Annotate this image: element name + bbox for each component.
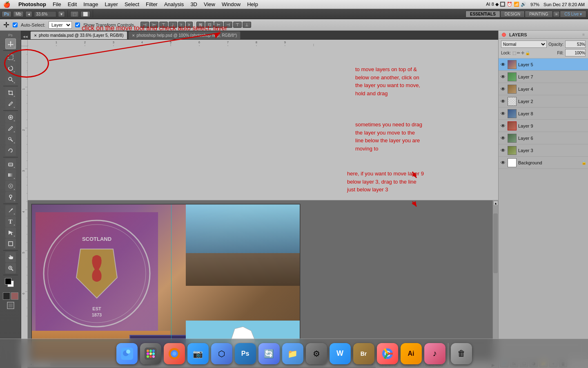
opacity-input[interactable]	[565, 40, 586, 48]
tab-close-2[interactable]: ✕	[132, 34, 135, 38]
dodge-tool[interactable]: ▸	[5, 192, 16, 202]
layer-eye-5[interactable]: 👁	[500, 62, 506, 67]
menu-analysis[interactable]: Analysis	[164, 1, 184, 7]
dock-finder[interactable]	[116, 343, 138, 364]
layer-eye-3[interactable]: 👁	[500, 148, 506, 153]
eraser-tool[interactable]: ▸	[5, 159, 16, 169]
quick-mask-mode[interactable]	[11, 292, 18, 300]
zoom-display[interactable]: 33.6%	[34, 11, 56, 17]
layer-item-8[interactable]: 👁 Layer 8	[499, 108, 588, 120]
path-select-tool[interactable]: ▸	[5, 227, 16, 238]
layer-item-3[interactable]: 👁 Layer 3	[499, 144, 588, 157]
menu-select[interactable]: Select	[125, 1, 139, 7]
distribute-4[interactable]: ⊣	[224, 22, 232, 28]
layer-eye-bg[interactable]: 👁	[500, 160, 506, 166]
screen-mode-btn[interactable]	[7, 302, 14, 311]
show-transform-checkbox[interactable]	[75, 22, 80, 27]
lock-position[interactable]: ✛	[521, 51, 524, 55]
collapse-panels[interactable]: ◂◂	[23, 34, 28, 39]
lock-transparent[interactable]: ⬚	[512, 51, 516, 55]
color-swatches[interactable]	[5, 278, 16, 289]
move-tool-icon[interactable]: ✛	[3, 20, 9, 29]
ws-painting[interactable]: PAINTING	[525, 11, 552, 18]
align-top[interactable]: ⊥	[169, 22, 177, 28]
layer-eye-8[interactable]: 👁	[500, 111, 506, 117]
distribute-2[interactable]: ⊡	[205, 22, 214, 28]
dock-itunes[interactable]: ♪	[424, 343, 445, 364]
menu-photoshop[interactable]: Photoshop	[18, 1, 46, 7]
layer-item-9[interactable]: 👁 Layer 9	[499, 120, 588, 132]
scroll-up[interactable]: ▲	[493, 201, 498, 206]
menu-window[interactable]: Window	[222, 1, 241, 7]
distribute-5[interactable]: ⊤	[233, 22, 242, 28]
ws-more[interactable]: »	[553, 11, 560, 17]
layer-item-4[interactable]: 👁 Layer 4	[499, 83, 588, 95]
layer-eye-6[interactable]: 👁	[500, 135, 506, 141]
layer-item-2[interactable]: 👁 Layer 2	[499, 95, 588, 108]
eyedropper-tool[interactable]: ▸	[5, 99, 16, 109]
dock-aperture[interactable]: ⬡	[211, 343, 232, 364]
zoom-dropdown[interactable]: ▾	[58, 11, 65, 17]
panel-close-btn[interactable]	[502, 33, 506, 37]
dock-ps[interactable]: Ps	[235, 343, 256, 364]
dock-iphoto[interactable]: 📷	[187, 343, 209, 364]
menu-filter[interactable]: Filter	[146, 1, 158, 7]
align-center-v[interactable]: ⊦	[178, 22, 185, 28]
dock-trash[interactable]: 🗑	[451, 343, 472, 364]
layer-eye-7[interactable]: 👁	[500, 74, 506, 80]
layer-eye-4[interactable]: 👁	[500, 86, 506, 92]
layer-item-5[interactable]: 👁 Layer 5	[499, 58, 588, 71]
lock-image[interactable]: ✏	[517, 51, 520, 55]
vertical-scrollbar[interactable]: ▲ ▼	[492, 200, 498, 361]
zoom-tool[interactable]	[5, 263, 16, 274]
cs-live[interactable]: CS Live ▾	[560, 11, 586, 18]
tab-close-1[interactable]: ✕	[34, 34, 37, 38]
distribute-1[interactable]: ⊠	[196, 22, 205, 28]
distribute-3[interactable]: ⊢	[214, 22, 223, 28]
pen-tool[interactable]: ▸	[5, 205, 16, 216]
quick-select-tool[interactable]: ▸	[5, 74, 16, 85]
align-left[interactable]: ⊣	[140, 22, 149, 28]
hand-tool[interactable]	[5, 252, 16, 263]
clone-tool[interactable]: ▸	[5, 134, 16, 145]
gradient-tool[interactable]: ▸	[5, 170, 16, 180]
layer-item-bg[interactable]: 👁 Background 🔒	[499, 157, 588, 169]
menu-edit[interactable]: Edit	[68, 1, 77, 7]
move-tool[interactable]: ▸	[5, 38, 16, 49]
dock-firefox[interactable]	[164, 343, 185, 364]
menu-layer[interactable]: Layer	[105, 1, 118, 7]
menu-3d[interactable]: 3D	[190, 1, 197, 7]
text-tool[interactable]: T ▸	[5, 216, 16, 227]
crop-tool[interactable]: ▸	[5, 88, 16, 98]
fill-input[interactable]	[565, 49, 586, 56]
history-brush-tool[interactable]	[5, 145, 16, 156]
ps-document[interactable]: EST 1873 SCOTLAND	[31, 204, 301, 361]
menu-image[interactable]: Image	[83, 1, 98, 7]
navigate-back[interactable]: ◂	[25, 11, 32, 17]
scroll-thumb-v[interactable]	[493, 213, 498, 273]
dock-bridge[interactable]: Br	[353, 343, 374, 364]
dock-word[interactable]: W	[330, 343, 351, 364]
healing-tool[interactable]: ▸	[5, 112, 16, 123]
layer-eye-9[interactable]: 👁	[500, 123, 506, 129]
dock-sync[interactable]: 🔄	[258, 343, 280, 364]
apple-menu[interactable]: 🍎	[3, 1, 10, 8]
shape-tool[interactable]: ▸	[5, 238, 16, 249]
dock-chrome[interactable]	[377, 343, 398, 364]
lock-all[interactable]: 🔒	[525, 51, 530, 55]
blend-mode-select[interactable]: Normal Multiply Screen Overlay	[501, 40, 547, 48]
align-center-h[interactable]: ⊢	[150, 22, 158, 28]
dock-settings[interactable]: ⚙	[306, 343, 327, 364]
layer-item-6[interactable]: 👁 Layer 6	[499, 132, 588, 144]
blur-tool[interactable]: ▸	[5, 181, 16, 191]
menu-help[interactable]: Help	[247, 1, 258, 7]
distribute-6[interactable]: ⊥	[243, 22, 251, 28]
tab-photo-mandala[interactable]: ✕ photo mandala.psd @ 33.6% (Layer 5, RG…	[30, 31, 127, 39]
screen-mode-2[interactable]: ⬜	[80, 11, 90, 17]
menu-file[interactable]: File	[53, 1, 61, 7]
dock-illustrator[interactable]: Ai	[401, 343, 422, 364]
auto-select-checkbox[interactable]	[13, 22, 18, 27]
layer-eye-2[interactable]: 👁	[500, 99, 506, 104]
doc-canvas[interactable]: EST 1873 SCOTLAND	[28, 200, 492, 361]
layer-item-7[interactable]: 👁 Layer 7	[499, 71, 588, 83]
